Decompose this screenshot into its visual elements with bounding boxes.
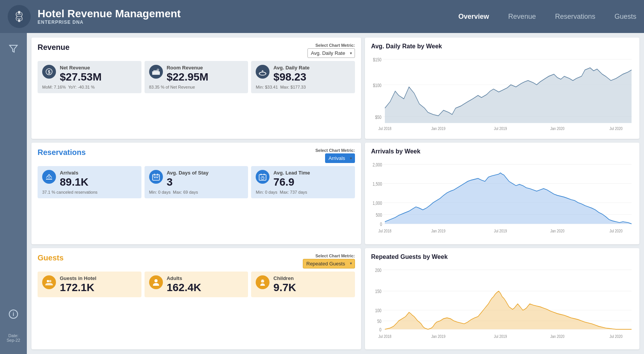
svg-text:0: 0 (380, 222, 382, 227)
avg-lead-value: 76.9 (273, 176, 310, 188)
avg-daily-rate-value: $98.23 (273, 71, 309, 83)
revenue-title: Revenue (38, 43, 69, 52)
children-card: Children 9.7K (251, 272, 355, 298)
svg-text:200: 200 (375, 268, 381, 273)
reservations-select-label: Select Chart Metric: (315, 148, 355, 153)
avg-daily-rate-chart-title: Avg. Daily Rate by Week (371, 43, 633, 50)
svg-point-0 (18, 11, 20, 14)
subtitle-rest: DNA (72, 20, 84, 25)
svg-text:i: i (13, 311, 14, 317)
guests-metric-select[interactable]: Repeated Guests (303, 259, 355, 268)
room-revenue-card: $ Room Revenue $22.95M 83.35 % of Net Re… (145, 61, 248, 93)
svg-text:Jan 2020: Jan 2020 (550, 127, 564, 131)
content-area: Revenue Select Chart Metric: Avg. Daily … (27, 33, 644, 354)
svg-text:Jul 2018: Jul 2018 (378, 334, 391, 339)
avg-days-label: Avg. Days of Stay (167, 170, 209, 176)
svg-text:Jul 2018: Jul 2018 (378, 127, 391, 131)
svg-text:Jan 2019: Jan 2019 (431, 229, 445, 233)
svg-point-22 (154, 177, 155, 178)
revenue-header-row: Revenue Select Chart Metric: Avg. Daily … (38, 43, 355, 58)
svg-text:Jan 2020: Jan 2020 (550, 334, 564, 339)
adults-card: Adults 162.4K (145, 272, 248, 298)
svg-text:100: 100 (375, 308, 381, 313)
svg-text:1,500: 1,500 (373, 181, 382, 186)
svg-rect-10 (152, 71, 160, 75)
logo (8, 5, 31, 28)
revenue-metric-select[interactable]: Avg. Daily Rate (307, 48, 355, 58)
arrivals-card: Arrivals 89.1K 37.1 % canceled reservati… (38, 166, 141, 198)
svg-text:150: 150 (375, 289, 381, 294)
svg-text:Jan 2019: Jan 2019 (431, 334, 445, 339)
repeated-guests-svg: 200 150 100 50 0 (371, 263, 633, 344)
sidebar: i Date: Sep-22 (0, 33, 27, 354)
sidebar-date: Date: Sep-22 (5, 329, 22, 346)
guests-hotel-value: 172.1K (60, 282, 96, 294)
arrivals-icon (42, 170, 56, 184)
svg-text:50: 50 (377, 319, 381, 324)
svg-text:Jan 2019: Jan 2019 (431, 127, 445, 131)
svg-point-33 (154, 279, 158, 282)
arrivals-sub: 37.1 % canceled reservations (42, 190, 137, 194)
svg-text:Jul 2020: Jul 2020 (610, 127, 623, 131)
svg-text:$150: $150 (373, 57, 381, 62)
svg-text:2,000: 2,000 (373, 162, 382, 167)
svg-point-23 (155, 177, 156, 178)
net-revenue-card: $ Net Revenue $27.53M MoM: 7.16% YoY: -4… (38, 61, 141, 93)
avg-daily-rate-label: Avg. Daily Rate (273, 65, 309, 71)
reservations-metric-select[interactable]: Arrivals (325, 153, 355, 163)
adults-value: 162.4K (167, 282, 201, 294)
children-value: 9.7K (273, 282, 296, 294)
nav-guests[interactable]: Guests (614, 13, 636, 21)
svg-text:$100: $100 (373, 83, 381, 88)
svg-point-31 (47, 280, 49, 282)
guests-select-label: Select Chart Metric: (315, 254, 355, 258)
main-nav: Overview Revenue Reservations Guests (458, 13, 636, 21)
info-icon[interactable]: i (6, 306, 21, 322)
guests-hotel-label: Guests in Hotel (60, 275, 96, 281)
svg-text:Jul 2020: Jul 2020 (610, 229, 623, 233)
arrivals-value: 89.1K (60, 176, 89, 188)
subtitle-bold: ENTERPRISE (38, 20, 71, 25)
main-container: i Date: Sep-22 Revenue Select Chart Metr… (0, 33, 644, 354)
svg-text:1,000: 1,000 (373, 201, 382, 206)
svg-point-35 (262, 280, 263, 281)
net-revenue-value: $27.53M (60, 71, 102, 83)
nav-revenue[interactable]: Revenue (508, 13, 536, 21)
svg-point-32 (49, 280, 51, 282)
svg-text:$: $ (48, 69, 51, 75)
guests-hotel-icon (42, 275, 56, 289)
children-label: Children (273, 275, 296, 281)
left-panels: Revenue Select Chart Metric: Avg. Daily … (31, 38, 361, 349)
room-revenue-value: $22.95M (167, 71, 209, 83)
reservations-select-wrapper[interactable]: Arrivals (325, 153, 355, 163)
app-subtitle: ENTERPRISE DNA (38, 20, 458, 25)
guests-title: Guests (38, 254, 64, 262)
nav-reservations[interactable]: Reservations (555, 13, 595, 21)
guests-header-row: Guests Select Chart Metric: Repeated Gue… (38, 254, 355, 268)
adults-label: Adults (167, 275, 201, 281)
svg-point-36 (263, 280, 264, 281)
avg-daily-rate-card: $ Avg. Daily Rate $98.23 Min: $33.41 Max… (251, 61, 355, 93)
nav-overview[interactable]: Overview (458, 13, 489, 21)
svg-marker-5 (10, 45, 17, 52)
svg-text:Jul 2019: Jul 2019 (494, 127, 507, 131)
reservations-panel: Reservations Select Chart Metric: Arriva… (31, 143, 361, 244)
arrivals-chart-area: 2,000 1,500 1,000 500 0 (371, 158, 633, 239)
svg-text:Jul 2019: Jul 2019 (494, 229, 507, 233)
arrivals-chart-title: Arrivals by Week (371, 148, 633, 155)
arrivals-chart-panel: Arrivals by Week 2,000 1,500 1,000 500 0 (365, 143, 639, 244)
reservations-title: Reservations (38, 148, 86, 157)
avg-lead-sub: Min: 0 days Max: 737 days (256, 190, 350, 194)
header-title-block: Hotel Revenue Management ENTERPRISE DNA (38, 8, 458, 25)
guests-select-area: Select Chart Metric: Repeated Guests (303, 254, 355, 268)
avg-daily-rate-chart-area: $150 $100 $50 Jul 2018 Jan 2019 (371, 53, 633, 133)
arrivals-label: Arrivals (60, 170, 89, 176)
guests-select-wrapper[interactable]: Repeated Guests (303, 259, 355, 268)
svg-text:0: 0 (379, 327, 381, 332)
avg-daily-rate-sub: Min: $33.41 Max: $177.33 (256, 85, 350, 89)
avg-days-sub: Min: 0 days Max: 69 days (149, 190, 244, 194)
filter-icon[interactable] (6, 41, 21, 56)
svg-text:$: $ (157, 69, 158, 71)
revenue-select-wrapper[interactable]: Avg. Daily Rate (307, 48, 355, 58)
repeated-guests-chart-area: 200 150 100 50 0 (371, 263, 633, 344)
